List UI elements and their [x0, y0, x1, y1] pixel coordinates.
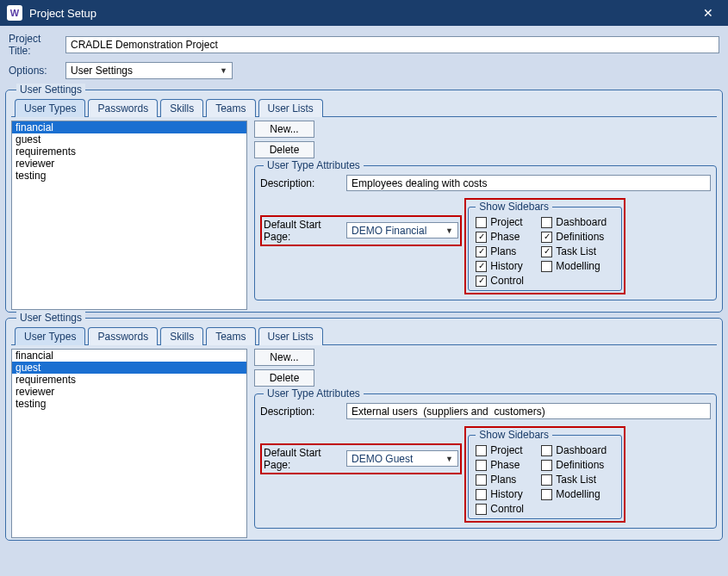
checkbox-icon: [476, 489, 487, 500]
user-settings-group-2: User Settings User Types Passwords Skill…: [5, 318, 723, 541]
tab-user-lists[interactable]: User Lists: [258, 327, 323, 345]
user-type-attributes-group-1: User Type Attributes Description: Defaul…: [254, 165, 717, 300]
list-item[interactable]: testing: [12, 170, 246, 182]
chevron-down-icon: ▼: [445, 455, 453, 463]
description-label: Description:: [260, 177, 346, 189]
checkbox-history[interactable]: History: [476, 488, 539, 500]
checkbox-dashboard[interactable]: Dashboard: [541, 444, 614, 456]
checkbox-icon: [541, 445, 552, 456]
form-header: Project Title: Options: User Settings ▼: [0, 26, 728, 90]
checkbox-phase[interactable]: Phase: [476, 459, 539, 471]
delete-button[interactable]: Delete: [254, 369, 314, 387]
tabstrip-2: User Types Passwords Skills Teams User L…: [11, 327, 717, 345]
user-settings-legend: User Settings: [16, 84, 85, 96]
new-button[interactable]: New...: [254, 121, 314, 138]
chevron-down-icon: ▼: [220, 66, 227, 75]
tab-user-lists[interactable]: User Lists: [258, 99, 323, 117]
new-button[interactable]: New...: [254, 349, 314, 366]
tab-teams[interactable]: Teams: [206, 99, 255, 117]
user-type-listbox-1[interactable]: financial guest requirements reviewer te…: [11, 121, 247, 310]
show-sidebars-highlight-2: Show Sidebars Project Dashboard Phase De…: [464, 426, 625, 523]
checkbox-definitions[interactable]: Definitions: [541, 231, 614, 243]
checkbox-icon: [541, 489, 552, 500]
user-settings-legend: User Settings: [16, 312, 85, 324]
user-type-attributes-legend: User Type Attributes: [264, 387, 364, 399]
list-item[interactable]: reviewer: [12, 158, 246, 170]
options-select-value: User Settings: [71, 65, 133, 77]
show-sidebars-highlight-1: Show Sidebars Project Dashboard Phase De…: [464, 198, 625, 294]
options-label: Options:: [9, 65, 65, 77]
checkbox-icon: [476, 246, 487, 257]
list-item[interactable]: guest: [12, 362, 246, 374]
checkbox-dashboard[interactable]: Dashboard: [541, 216, 614, 228]
checkbox-icon: [476, 232, 487, 243]
checkbox-control[interactable]: Control: [476, 503, 539, 515]
app-icon: W: [7, 5, 22, 21]
checkbox-phase[interactable]: Phase: [476, 231, 539, 243]
default-start-page-label: Default Start Page:: [264, 219, 346, 243]
checkbox-project[interactable]: Project: [476, 216, 539, 228]
user-type-attributes-legend: User Type Attributes: [264, 159, 364, 171]
user-type-listbox-2[interactable]: financial guest requirements reviewer te…: [11, 349, 247, 538]
default-start-page-highlight-1: Default Start Page: DEMO Financial ▼: [260, 215, 462, 246]
tab-user-types[interactable]: User Types: [15, 99, 85, 117]
checkbox-plans[interactable]: Plans: [476, 474, 539, 486]
tab-passwords[interactable]: Passwords: [88, 327, 158, 345]
show-sidebars-legend: Show Sidebars: [476, 429, 552, 441]
tab-teams[interactable]: Teams: [206, 327, 255, 345]
tab-user-types[interactable]: User Types: [15, 327, 85, 345]
user-settings-group-1: User Settings User Types Passwords Skill…: [5, 90, 723, 313]
checkbox-project[interactable]: Project: [476, 444, 539, 456]
default-start-page-value: DEMO Financial: [352, 225, 426, 237]
tab-passwords[interactable]: Passwords: [88, 99, 158, 117]
project-title-input[interactable]: [65, 36, 719, 53]
list-item[interactable]: requirements: [12, 146, 246, 158]
list-item[interactable]: reviewer: [12, 386, 246, 398]
checkbox-task-list[interactable]: Task List: [541, 245, 614, 257]
list-item[interactable]: testing: [12, 398, 246, 410]
default-start-page-select-1[interactable]: DEMO Financial ▼: [346, 222, 458, 238]
checkbox-icon: [476, 474, 487, 486]
checkbox-icon: [476, 217, 487, 228]
delete-button[interactable]: Delete: [254, 141, 314, 158]
window-titlebar: W Project Setup ✕: [0, 0, 728, 26]
checkbox-icon: [476, 460, 487, 471]
list-item[interactable]: financial: [12, 121, 246, 133]
checkbox-modelling[interactable]: Modelling: [541, 260, 614, 272]
tabstrip-1: User Types Passwords Skills Teams User L…: [11, 99, 717, 117]
tab-skills[interactable]: Skills: [160, 99, 203, 117]
default-start-page-highlight-2: Default Start Page: DEMO Guest ▼: [260, 443, 462, 474]
checkbox-icon: [541, 246, 552, 257]
tab-skills[interactable]: Skills: [160, 327, 203, 345]
default-start-page-label: Default Start Page:: [264, 447, 346, 471]
show-sidebars-legend: Show Sidebars: [476, 201, 552, 213]
checkbox-control[interactable]: Control: [476, 275, 539, 287]
checkbox-icon: [476, 504, 487, 515]
description-input-2[interactable]: [346, 403, 711, 419]
window-title: Project Setup: [29, 7, 695, 20]
checkbox-task-list[interactable]: Task List: [541, 474, 614, 486]
list-item[interactable]: guest: [12, 133, 246, 146]
project-title-label: Project Title:: [9, 33, 65, 57]
checkbox-plans[interactable]: Plans: [476, 245, 539, 257]
user-type-attributes-group-2: User Type Attributes Description: Defaul…: [254, 393, 717, 529]
close-icon[interactable]: ✕: [695, 0, 721, 26]
default-start-page-select-2[interactable]: DEMO Guest ▼: [346, 450, 458, 467]
checkbox-icon: [541, 261, 552, 272]
checkbox-icon: [541, 460, 552, 471]
show-sidebars-group-2: Show Sidebars Project Dashboard Phase De…: [468, 435, 622, 519]
show-sidebars-group-1: Show Sidebars Project Dashboard Phase De…: [468, 207, 622, 291]
default-start-page-value: DEMO Guest: [352, 453, 413, 465]
checkbox-icon: [541, 474, 552, 486]
list-item[interactable]: financial: [12, 350, 246, 362]
checkbox-icon: [476, 445, 487, 456]
description-input-1[interactable]: [346, 175, 711, 191]
checkbox-icon: [476, 276, 487, 287]
checkbox-modelling[interactable]: Modelling: [541, 488, 614, 500]
checkbox-icon: [541, 232, 552, 243]
checkbox-history[interactable]: History: [476, 260, 539, 272]
checkbox-definitions[interactable]: Definitions: [541, 459, 614, 471]
description-label: Description:: [260, 406, 346, 418]
list-item[interactable]: requirements: [12, 374, 246, 386]
options-select[interactable]: User Settings ▼: [65, 62, 233, 79]
